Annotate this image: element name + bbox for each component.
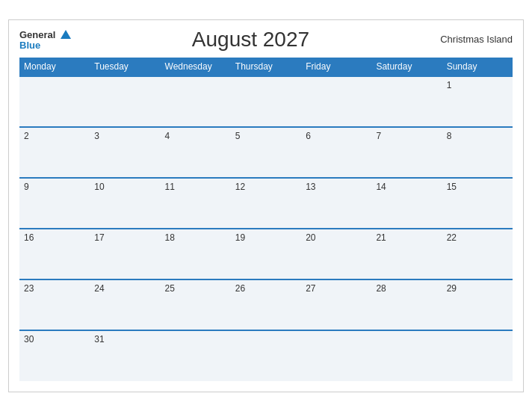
calendar-cell: 20 [301,229,371,279]
logo: General Blue [19,28,71,52]
calendar-header: General Blue August 2027 Christmas Islan… [19,28,513,52]
week-row-5: 3031 [19,330,513,381]
calendar-cell: 16 [19,229,90,279]
calendar-cell: 6 [301,127,371,178]
weekday-header-row: MondayTuesdayWednesdayThursdayFridaySatu… [19,58,513,76]
logo-top: General [19,28,71,41]
calendar-cell: 24 [90,279,160,330]
calendar-cell: 8 [442,127,513,178]
week-row-1: 2345678 [19,127,513,178]
calendar-cell [161,76,231,127]
calendar-container: General Blue August 2027 Christmas Islan… [8,19,524,392]
calendar-cell: 5 [231,127,301,178]
calendar-cell [371,76,442,127]
calendar-title: August 2027 [71,28,430,52]
calendar-location: Christmas Island [430,34,513,45]
calendar-cell: 21 [371,229,442,279]
calendar-cell: 15 [442,178,513,229]
calendar-cell: 31 [90,330,160,381]
calendar-cell: 3 [90,127,160,178]
week-row-0: 1 [19,76,513,127]
week-row-4: 23242526272829 [19,279,513,330]
calendar-cell [301,330,371,381]
calendar-cell: 30 [19,330,90,381]
calendar-cell: 14 [371,178,442,229]
calendar-cell: 9 [19,178,90,229]
calendar-cell: 17 [90,229,160,279]
weekday-header-wednesday: Wednesday [161,58,231,76]
calendar-cell: 10 [90,178,160,229]
calendar-cell [442,330,513,381]
calendar-grid: MondayTuesdayWednesdayThursdayFridaySatu… [19,58,513,381]
weekday-header-monday: Monday [19,58,90,76]
weekday-header-tuesday: Tuesday [90,58,160,76]
calendar-cell: 29 [442,279,513,330]
logo-general-text: General [19,29,55,40]
calendar-cell [231,76,301,127]
calendar-cell: 4 [161,127,231,178]
calendar-cell: 12 [231,178,301,229]
calendar-cell: 2 [19,127,90,178]
calendar-cell: 1 [442,76,513,127]
calendar-cell [301,76,371,127]
logo-blue-text: Blue [19,40,71,51]
weekday-header-friday: Friday [301,58,371,76]
calendar-cell: 27 [301,279,371,330]
week-row-3: 16171819202122 [19,229,513,279]
calendar-cell: 18 [161,229,231,279]
calendar-cell: 19 [231,229,301,279]
weekday-header-thursday: Thursday [231,58,301,76]
calendar-cell [90,76,160,127]
calendar-cell [161,330,231,381]
calendar-cell: 25 [161,279,231,330]
calendar-cell: 7 [371,127,442,178]
calendar-cell: 28 [371,279,442,330]
calendar-cell [231,330,301,381]
calendar-cell: 26 [231,279,301,330]
week-row-2: 9101112131415 [19,178,513,229]
weekday-header-sunday: Sunday [442,58,513,76]
calendar-cell: 22 [442,229,513,279]
calendar-cell: 13 [301,178,371,229]
weekday-header-saturday: Saturday [371,58,442,76]
calendar-cell [19,76,90,127]
calendar-cell [371,330,442,381]
logo-triangle-icon [61,30,71,39]
calendar-cell: 11 [161,178,231,229]
calendar-cell: 23 [19,279,90,330]
